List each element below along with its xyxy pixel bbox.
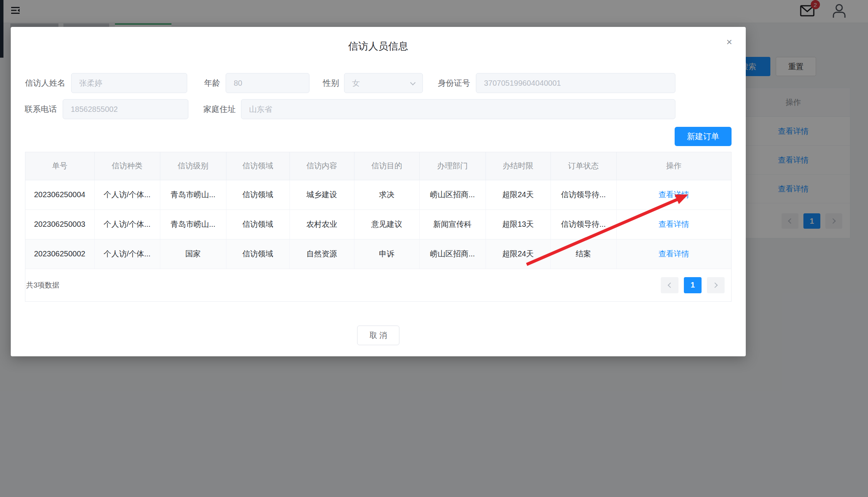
chevron-left-icon: [668, 282, 673, 288]
table-cell: 信访领域: [226, 180, 289, 209]
table-cell: 个人访/个体...: [94, 239, 160, 269]
dialog-title: 信访人员信息: [11, 40, 746, 53]
table-cell: 个人访/个体...: [94, 209, 160, 239]
table-cell: 查看详情: [616, 209, 731, 239]
table-cell: 国家: [160, 239, 226, 269]
table-cell: 信访领域: [226, 209, 289, 239]
col-header: 单号: [25, 152, 94, 180]
table-cell: 结案: [550, 239, 616, 269]
col-header: 办结时限: [486, 152, 550, 180]
form-row-1: 信访人姓名 年龄 性别 女 身份证号: [24, 73, 675, 93]
table-cell: 青岛市崂山...: [160, 209, 226, 239]
address-field[interactable]: [241, 99, 675, 119]
table-cell: 崂山区招商...: [419, 180, 486, 209]
gender-select[interactable]: 女: [344, 73, 423, 93]
phone-label: 联系电话: [24, 104, 57, 115]
gender-label: 性别: [323, 78, 339, 88]
chevron-right-icon: [712, 282, 718, 288]
gender-value: 女: [352, 78, 360, 88]
orders-table: 单号 信访种类 信访级别 信访领域 信访内容 信访目的 办理部门 办结时限 订单…: [25, 152, 732, 302]
id-number-label: 身份证号: [436, 78, 470, 88]
phone-field[interactable]: [63, 99, 188, 119]
cancel-button[interactable]: 取 消: [357, 326, 399, 345]
table-row: 202306250003 个人访/个体... 青岛市崂山... 信访领域 农村农…: [25, 209, 731, 239]
table-cell: 青岛市崂山...: [160, 180, 226, 209]
col-header: 操作: [616, 152, 731, 180]
table-cell: 农村农业: [289, 209, 354, 239]
table-cell: 自然资源: [289, 239, 354, 269]
table-cell: 申诉: [354, 239, 419, 269]
age-label: 年龄: [204, 78, 220, 88]
col-header: 信访内容: [289, 152, 354, 180]
age-field[interactable]: [226, 73, 309, 93]
next-page-button[interactable]: [707, 277, 725, 293]
table-row: 202306250004 个人访/个体... 青岛市崂山... 信访领域 城乡建…: [25, 180, 731, 209]
close-icon[interactable]: ×: [723, 35, 736, 48]
table-cell: 意见建议: [354, 209, 419, 239]
page-1-button[interactable]: 1: [684, 277, 702, 293]
col-header: 信访目的: [354, 152, 419, 180]
view-details-link[interactable]: 查看详情: [658, 190, 689, 199]
table-cell: 新闻宣传科: [419, 209, 486, 239]
modal-pagination: 1: [661, 277, 725, 293]
table-cell: 超限13天: [486, 209, 550, 239]
table-cell: 202306250003: [25, 209, 94, 239]
table-cell: 城乡建设: [289, 180, 354, 209]
table-cell: 求决: [354, 180, 419, 209]
table-cell: 信访领导待...: [550, 209, 616, 239]
address-label: 家庭住址: [203, 104, 236, 115]
table-header-row: 单号 信访种类 信访级别 信访领域 信访内容 信访目的 办理部门 办结时限 订单…: [25, 152, 731, 180]
table-row: 202306250002 个人访/个体... 国家 信访领域 自然资源 申诉 崂…: [25, 239, 731, 269]
form-row-2: 联系电话 家庭住址: [24, 99, 675, 119]
table-cell: 202306250002: [25, 239, 94, 269]
total-count-text: 共3项数据: [26, 280, 60, 290]
col-header: 信访级别: [160, 152, 226, 180]
chevron-down-icon: [410, 80, 416, 85]
col-header: 信访种类: [94, 152, 160, 180]
new-order-button[interactable]: 新建订单: [675, 127, 732, 146]
col-header: 信访领域: [226, 152, 289, 180]
table-cell: 个人访/个体...: [94, 180, 160, 209]
table-cell: 信访领域: [226, 239, 289, 269]
screen: 2 搜索 重置 操作 查看详情 查看详情 查看详情: [0, 0, 868, 497]
table-footer: 共3项数据 1: [25, 269, 731, 301]
petitioner-info-dialog: 信访人员信息 × 信访人姓名 年龄 性别 女 身份证号 联系电话 家庭住址 新建…: [11, 27, 746, 356]
col-header: 订单状态: [550, 152, 616, 180]
table-cell: 查看详情: [616, 239, 731, 269]
col-header: 办理部门: [419, 152, 486, 180]
table-cell: 信访领导待...: [550, 180, 616, 209]
table-cell: 查看详情: [616, 180, 731, 209]
table-cell: 崂山区招商...: [419, 239, 486, 269]
id-number-field[interactable]: [476, 73, 675, 93]
name-label: 信访人姓名: [24, 78, 65, 88]
name-field[interactable]: [71, 73, 187, 93]
table-cell: 超限24天: [486, 180, 550, 209]
table-cell: 202306250004: [25, 180, 94, 209]
prev-page-button[interactable]: [661, 277, 678, 293]
view-details-link[interactable]: 查看详情: [658, 249, 689, 258]
view-details-link[interactable]: 查看详情: [658, 220, 689, 228]
table-cell: 超限24天: [486, 239, 550, 269]
